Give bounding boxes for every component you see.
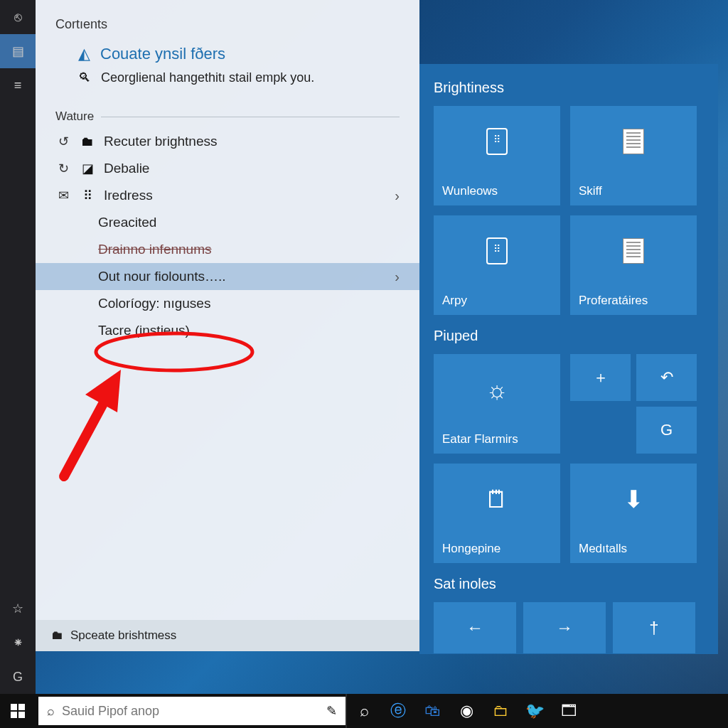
cycle-icon: ↻ (55, 161, 71, 176)
item-label: Greacited (98, 215, 156, 230)
windows-logo-icon (11, 704, 25, 718)
download-icon: ⬇ (623, 485, 643, 513)
tile-label: Proferatáires (579, 294, 688, 308)
taskbar: ⌕ ✎ ⌕ ⓔ 🛍 ◉ 🗀 🐦 🗔 (0, 694, 728, 728)
tile-meditalls[interactable]: ⬇ Medıtalls (570, 464, 697, 563)
start-rail: ⎋ ▤ ≡ ☆ ⁕ G (0, 0, 36, 694)
accent-create-label: Couate ynsil fðers (100, 45, 225, 63)
tile-label: Eatar Flarmirs (442, 432, 552, 446)
item-debalie[interactable]: ↻ ◪ Debalie (36, 155, 419, 182)
item-label: Drainno infennums (98, 242, 211, 257)
item-label: Out nour fiolounts….. (98, 269, 226, 284)
taskbar-edge-icon[interactable]: ⓔ (381, 694, 415, 728)
start-menu-panel: Cortıents ◭ Couate ynsil fðers 🔍︎ Ceorgl… (36, 0, 419, 651)
tile-left[interactable]: ← (434, 602, 516, 653)
item-out-nour-fiolounts[interactable]: Out nour fiolounts….. › (36, 263, 419, 290)
rail-icon-recent-icon[interactable]: ⎋ (0, 0, 36, 34)
tile-wand[interactable]: † (613, 602, 695, 653)
tile-arpy[interactable]: Arpy (434, 215, 560, 315)
taskbar-twitter-icon[interactable]: 🐦 (518, 694, 552, 728)
tile-group-title: Sat inoles (434, 576, 704, 592)
rail-icon-favorite-icon[interactable]: ☆ (0, 592, 36, 626)
taskbar-search[interactable]: ⌕ ✎ (38, 697, 346, 725)
calculator-icon (486, 237, 508, 264)
taskbar-cortana-icon[interactable]: ⌕ (347, 694, 381, 728)
item-label: Tacre (instieus) (98, 323, 190, 338)
alert-icon: ◭ (78, 45, 90, 63)
folder-icon: 🖿 (51, 628, 63, 643)
tile-label: Wunleows (442, 184, 552, 198)
search-suggestion-row[interactable]: 🔍︎ Ceorglienal hangethitı stail empk you… (36, 66, 419, 90)
live-tile-panel: Brightiness Wunleows Skiff Arpy Proferat… (419, 64, 718, 654)
pen-icon: ✎ (326, 703, 337, 719)
item-tacre[interactable]: Tacre (instieus) (36, 317, 419, 344)
calculator-icon (486, 128, 508, 155)
tile-label: Hongepine (442, 542, 552, 556)
item-label: Iredress (104, 188, 153, 203)
item-greacited[interactable]: Greacited (36, 209, 419, 236)
tile-eatar-flarmirs[interactable]: ☼ Eatar Flarmirs (434, 354, 560, 454)
tile-group-title: Brightiness (434, 80, 704, 96)
search-icon: ⌕ (47, 704, 55, 719)
document-icon (623, 238, 644, 264)
section-header-text: Wature (55, 109, 94, 124)
tile-google[interactable]: G (636, 407, 697, 454)
tile-label: Medıtalls (579, 542, 688, 556)
clipboard-icon: 🗒 (485, 486, 509, 513)
document-icon (623, 129, 644, 154)
taskbar-files-icon[interactable]: 🗔 (552, 694, 586, 728)
start-button[interactable] (0, 694, 36, 728)
rail-icon-g-icon[interactable]: G (0, 660, 36, 694)
rail-icon-bluetooth-icon[interactable]: ⁕ (0, 626, 36, 660)
taskbar-chrome-icon[interactable]: ◉ (449, 694, 483, 728)
tile-grid-2: ☼ Eatar Flarmirs ＋ ↶ G 🗒 Hongepine ⬇ Med… (434, 354, 704, 563)
item-drainno[interactable]: Drainno infennums (36, 236, 419, 263)
tile-group-title: Piuped (434, 328, 704, 344)
menu-footer-label: Spceate brishtmess (70, 628, 176, 643)
tile-undo[interactable]: ↶ (636, 354, 697, 401)
accent-create-row[interactable]: ◭ Couate ynsil fðers (36, 39, 419, 66)
search-icon: 🔍︎ (78, 70, 91, 85)
tile-label: Arpy (442, 294, 552, 308)
tile-proferataires[interactable]: Proferatáires (570, 215, 697, 315)
section-rule (101, 117, 400, 117)
brightness-icon: ☼ (486, 376, 508, 404)
speech-icon: ✉ (55, 188, 71, 203)
refresh-icon: ↺ (55, 134, 71, 149)
taskbar-store-icon[interactable]: 🛍 (415, 694, 449, 728)
item-label: Recuter brightness (104, 134, 217, 149)
menu-footer[interactable]: 🖿 Spceate brishtmess (36, 620, 419, 651)
tile-right[interactable]: → (523, 602, 606, 653)
grid-icon: ⠿ (80, 188, 95, 203)
tile-hongepine[interactable]: 🗒 Hongepine (434, 464, 560, 563)
item-recuter-brightness[interactable]: ↺ 🖿 Recuter brightness (36, 128, 419, 155)
tile-label: Skiff (579, 184, 688, 198)
section-header-wature: Wature (36, 90, 419, 128)
app-icon: ◪ (80, 161, 95, 176)
tile-grid-1: Wunleows Skiff Arpy Proferatáires (434, 106, 704, 315)
rail-icon-menu-icon[interactable]: ≡ (0, 68, 36, 102)
search-suggestion-label: Ceorglienal hangethitı stail empk you. (101, 70, 314, 85)
search-input[interactable] (62, 704, 319, 719)
chevron-right-icon: › (395, 269, 400, 285)
item-colorlogy[interactable]: Coloríogy: nıguses (36, 290, 419, 317)
tile-small-grid: ＋ ↶ G (570, 354, 697, 454)
tile-skiff[interactable]: Skiff (570, 106, 697, 205)
chevron-right-icon: › (395, 188, 400, 204)
tile-plus[interactable]: ＋ (570, 354, 631, 401)
tile-grid-3: ← → † (434, 602, 704, 653)
taskbar-explorer-icon[interactable]: 🗀 (483, 694, 518, 728)
folder-icon: 🖿 (80, 134, 95, 149)
tile-wunleows[interactable]: Wunleows (434, 106, 560, 205)
item-label: Debalie (104, 161, 149, 176)
item-iredress[interactable]: ✉ ⠿ Iredress › (36, 182, 419, 209)
section-title-contents: Cortıents (36, 17, 419, 39)
item-label: Coloríogy: nıguses (98, 296, 210, 311)
rail-icon-list-icon[interactable]: ▤ (0, 34, 36, 68)
